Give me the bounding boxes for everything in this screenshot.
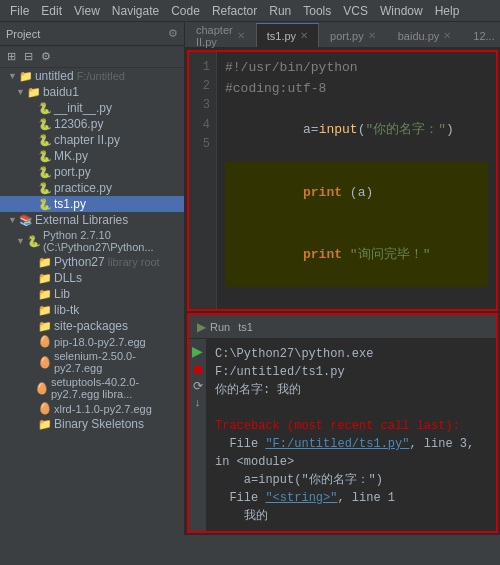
tree-item-init[interactable]: 🐍 __init__.py [0,100,184,116]
tree-item-sitepackages[interactable]: 📁 site-packages [0,318,184,334]
run-line-blank2 [215,525,488,531]
menubar-vcs[interactable]: VCS [337,2,374,20]
run-header: ▶ Run ts1 [189,315,496,339]
tab-chapter[interactable]: chapter II.py ✕ [185,23,256,47]
line-num-5: 5 [189,135,216,154]
tree-item-python27[interactable]: ▼ 🐍 Python 2.7.10 (C:\Python27\Python... [0,228,184,254]
tab-port[interactable]: port.py ✕ [319,23,387,47]
tree-item-mk[interactable]: 🐍 MK.py [0,148,184,164]
tree-item-python27-root[interactable]: 📁 Python27 library root [0,254,184,270]
tree-item-baidu1[interactable]: ▼ 📁 baidu1 [0,84,184,100]
sidebar-header: Project ⚙ [0,22,184,46]
line-num-3: 3 [189,96,216,115]
run-content-wrapper: ▶ ◼ ⟳ ↓ C:\Python27\python.exe F:/untitl… [189,339,496,531]
folder-icon: 📁 [19,70,33,83]
tab-close-baidu[interactable]: ✕ [443,30,451,41]
run-line-traceback: Traceback (most recent call last): [215,417,488,435]
line-numbers: 1 2 3 4 5 [189,52,217,309]
run-line-blank1 [215,399,488,417]
tree-item-12306[interactable]: 🐍 12306.py [0,116,184,132]
code-kw-print1: print [303,185,350,200]
tab-ts1[interactable]: ts1.py ✕ [256,23,319,47]
run-file-link-1[interactable]: "F:/untitled/ts1.py" [265,437,409,451]
run-file-link-2[interactable]: "<string>" [265,491,337,505]
tab-label-chapter: chapter II.py [196,24,233,48]
folder-icon-libtk: 📁 [38,304,52,317]
pyfile-icon-port: 🐍 [38,166,52,179]
tree-item-extlibs[interactable]: ▼ 📚 External Libraries [0,212,184,228]
tree-item-ts1[interactable]: 🐍 ts1.py [0,196,184,212]
menubar-navigate[interactable]: Navigate [106,2,165,20]
tree-item-untitled[interactable]: ▼ 📁 untitled F:/untitled [0,68,184,84]
folder-icon-py27: 📁 [38,256,52,269]
menubar-code[interactable]: Code [165,2,206,20]
sidebar-toolbar-btn-cog[interactable]: ⚙ [168,27,178,40]
tab-close-ts1[interactable]: ✕ [300,30,308,41]
egg-icon-pip: 🥚 [38,335,52,348]
tree-item-pip[interactable]: 🥚 pip-18.0-py2.7.egg [0,334,184,349]
tree-item-binary[interactable]: 📁 Binary Skeletons [0,416,184,432]
egg-icon-xlrd: 🥚 [38,402,52,415]
menubar-help[interactable]: Help [429,2,466,20]
run-line-file2: File "<string>", line 1 [215,489,488,507]
tab-label-baidu: baidu.py [398,30,440,42]
egg-icon-selenium: 🥚 [38,356,52,369]
tree-item-selenium[interactable]: 🥚 selenium-2.50.0-py2.7.egg [0,349,184,375]
line-num-4: 4 [189,116,216,135]
folder-icon-lib: 📁 [38,288,52,301]
line-num-2: 2 [189,77,216,96]
sidebar-settings-btn[interactable]: ⚙ [38,49,54,64]
run-line-input: 你的名字: 我的 [215,381,488,399]
folder-icon-dlls: 📁 [38,272,52,285]
menubar-refactor[interactable]: Refactor [206,2,263,20]
code-line-4: print (a) [225,162,488,224]
menubar-window[interactable]: Window [374,2,429,20]
run-rerun-btn[interactable]: ⟳ [193,379,203,393]
run-line-cmd: C:\Python27\python.exe F:/untitled/ts1.p… [215,345,488,381]
code-str-done: "询问完毕！" [350,247,431,262]
menubar-tools[interactable]: Tools [297,2,337,20]
code-line-1: #!/usr/bin/python [225,58,488,79]
folder-icon-site: 📁 [38,320,52,333]
run-output[interactable]: C:\Python27\python.exe F:/untitled/ts1.p… [207,339,496,531]
code-kw-print2: print [303,247,350,262]
code-panel: 1 2 3 4 5 #!/usr/bin/python #coding:utf-… [187,50,498,311]
tree-item-chapter[interactable]: 🐍 chapter II.py [0,132,184,148]
tree-item-libtk[interactable]: 📁 lib-tk [0,302,184,318]
pyfile-icon-12306: 🐍 [38,118,52,131]
run-tab-label[interactable]: Run [210,321,230,333]
run-play-btn[interactable]: ▶ [192,343,203,359]
code-fn-input: input [319,122,358,137]
egg-icon-setup: 🥚 [35,382,49,395]
menubar-view[interactable]: View [68,2,106,20]
menubar-run[interactable]: Run [263,2,297,20]
pyfile-icon-ts1: 🐍 [38,198,52,211]
tab-close-chapter[interactable]: ✕ [237,30,245,41]
menubar-edit[interactable]: Edit [35,2,68,20]
tab-baidu[interactable]: baidu.py ✕ [387,23,463,47]
tab-close-port[interactable]: ✕ [368,30,376,41]
tree-item-xlrd[interactable]: 🥚 xlrd-1.1.0-py2.7.egg [0,401,184,416]
run-icon: ▶ [197,320,206,334]
tab-12[interactable]: 12... [462,23,500,47]
run-line-input-code: a=input("你的名字：") [215,471,488,489]
menubar-file[interactable]: File [4,2,35,20]
code-line-2: #coding:utf-8 [225,79,488,100]
tree-item-practice[interactable]: 🐍 practice.py [0,180,184,196]
tab-label-port: port.py [330,30,364,42]
tree-item-port[interactable]: 🐍 port.py [0,164,184,180]
run-name: ts1 [238,321,253,333]
sidebar-collapse-btn[interactable]: ⊞ [4,49,19,64]
code-line-3: a=input("你的名字：") [225,100,488,162]
code-eq: = [311,122,319,137]
run-stop-btn[interactable]: ◼ [193,362,203,376]
pyfile-icon-chapter: 🐍 [38,134,52,147]
code-content[interactable]: #!/usr/bin/python #coding:utf-8 a=input(… [217,52,496,309]
tree-item-setuptools[interactable]: 🥚 setuptools-40.2.0-py2.7.egg libra... [0,375,184,401]
tree-item-lib[interactable]: 📁 Lib [0,286,184,302]
sidebar-expand-btn[interactable]: ⊟ [21,49,36,64]
pyfile-icon-mk: 🐍 [38,150,52,163]
tree-item-dlls[interactable]: 📁 DLLs [0,270,184,286]
project-label: Project [6,28,40,40]
run-scroll-btn[interactable]: ↓ [195,396,201,408]
